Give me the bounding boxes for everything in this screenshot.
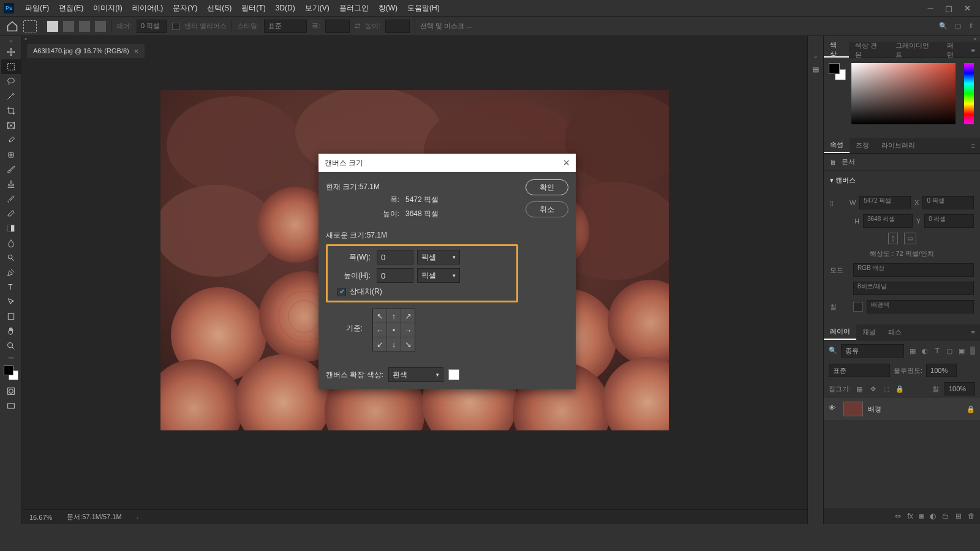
layer-name[interactable]: 배경 [868, 405, 881, 414]
dodge-tool[interactable] [1, 250, 21, 265]
selection-subtract-icon[interactable] [79, 21, 90, 32]
anchor-l[interactable]: ← [373, 323, 386, 337]
link-layers-icon[interactable]: ⇔ [895, 512, 901, 520]
shape-tool[interactable] [1, 309, 21, 324]
filter-type-icon[interactable]: T [932, 346, 942, 356]
prop-fill-select[interactable]: 배경색 [867, 300, 974, 313]
menu-plugins[interactable]: 플러그인 [334, 3, 374, 13]
style-select[interactable]: 표준 [264, 20, 307, 33]
prop-x-input[interactable]: 0 픽셀 [922, 196, 974, 209]
home-icon[interactable] [6, 20, 18, 32]
filter-pixel-icon[interactable]: ▦ [908, 346, 918, 356]
hand-tool[interactable] [1, 324, 21, 339]
orientation-icon[interactable]: ▯ [830, 199, 834, 207]
menu-edit[interactable]: 편집(E) [54, 3, 88, 13]
screenmode-tool[interactable] [1, 399, 21, 413]
layer-thumbnail[interactable] [843, 402, 863, 416]
menu-layer[interactable]: 레이어(L) [127, 3, 168, 13]
lock-icon[interactable]: 🔒 [967, 405, 975, 413]
filter-toggle[interactable] [970, 347, 975, 355]
lock-pixels-icon[interactable]: ▦ [854, 384, 864, 394]
menu-file[interactable]: 파일(F) [20, 3, 54, 13]
prop-mode-select[interactable]: RGB 색상 [853, 263, 974, 277]
zoom-level[interactable]: 16.67% [29, 514, 52, 521]
antialias-checkbox[interactable] [172, 23, 179, 30]
extension-color-swatch[interactable] [448, 369, 459, 380]
marquee-tool[interactable] [1, 59, 21, 74]
layer-fx-icon[interactable]: fx [907, 512, 913, 520]
layer-filter-type[interactable]: 종류 [841, 344, 904, 358]
gradient-tool[interactable] [1, 221, 21, 236]
anchor-grid[interactable]: ↖ ↑ ↗ ← • → ↙ ↓ ↘ [372, 309, 415, 351]
menu-3d[interactable]: 3D(D) [271, 4, 300, 12]
menu-select[interactable]: 선택(S) [202, 3, 236, 13]
extension-color-select[interactable]: 흰색▾ [388, 367, 443, 382]
tab-close-icon[interactable]: × [134, 47, 139, 56]
tab-layers[interactable]: 레이어 [824, 324, 856, 340]
workspace-icon[interactable]: ▢ [955, 22, 961, 30]
layer-panel-menu[interactable]: ≡ [967, 329, 980, 336]
prop-bits-select[interactable]: 8비트/채널 [853, 282, 974, 295]
lock-position-icon[interactable]: ✥ [868, 384, 878, 394]
relative-checkbox-row[interactable]: ✔ 상대치(R) [337, 287, 510, 297]
tab-adjustments[interactable]: 조정 [850, 138, 875, 153]
anchor-b[interactable]: ↓ [387, 337, 401, 351]
menu-help[interactable]: 도움말(H) [402, 3, 445, 13]
history-brush-tool[interactable] [1, 192, 21, 206]
select-and-mask-button[interactable]: 선택 및 마스크 ... [420, 21, 472, 31]
frame-tool[interactable] [1, 118, 21, 133]
zoom-tool[interactable] [1, 339, 21, 353]
adjustment-layer-icon[interactable]: ◐ [930, 512, 936, 520]
opacity-input[interactable]: 100% [926, 364, 957, 377]
toolbar-expand[interactable]: » [0, 39, 21, 45]
stamp-tool[interactable] [1, 177, 21, 192]
anchor-bl[interactable]: ↙ [373, 337, 386, 351]
color-swatches[interactable] [4, 365, 18, 380]
color-field[interactable] [851, 63, 956, 124]
new-height-input[interactable] [377, 268, 413, 283]
filter-shape-icon[interactable]: ▢ [944, 346, 954, 356]
selection-intersect-icon[interactable] [95, 21, 106, 32]
color-panel-menu[interactable]: ≡ [967, 47, 980, 54]
fg-color[interactable] [829, 63, 840, 74]
brush-tool[interactable] [1, 162, 21, 177]
minimize-button[interactable]: ─ [921, 2, 940, 14]
quickmask-tool[interactable] [1, 384, 21, 399]
group-icon[interactable]: 🗀 [942, 512, 949, 520]
visibility-icon[interactable]: 👁 [829, 404, 839, 414]
relative-checkbox[interactable]: ✔ [337, 288, 346, 296]
tab-gradients[interactable]: 그레이디언트 [889, 42, 941, 58]
layer-row-background[interactable]: 👁 배경 🔒 [824, 398, 980, 420]
portrait-icon[interactable]: ▯ [888, 233, 898, 244]
blur-tool[interactable] [1, 236, 21, 250]
tabbar-expand[interactable]: » [22, 36, 807, 42]
tool-preset[interactable] [23, 20, 37, 32]
color-fg-bg[interactable] [829, 63, 846, 80]
search-icon[interactable]: 🔍 [939, 22, 948, 30]
width-input[interactable] [325, 20, 350, 33]
path-select-tool[interactable] [1, 294, 21, 309]
status-chevron-icon[interactable]: › [137, 514, 139, 521]
dialog-titlebar[interactable]: 캔버스 크기 × [318, 154, 576, 172]
anchor-tr[interactable]: ↗ [401, 309, 415, 323]
cancel-button[interactable]: 취소 [526, 201, 568, 217]
new-width-unit-select[interactable]: 픽셀▾ [417, 250, 460, 264]
delete-layer-icon[interactable]: 🗑 [968, 512, 975, 520]
anchor-t[interactable]: ↑ [387, 309, 401, 323]
dialog-close-icon[interactable]: × [563, 157, 570, 170]
prop-panel-menu[interactable]: ≡ [967, 142, 980, 149]
selection-add-icon[interactable] [63, 21, 74, 32]
height-input[interactable] [385, 20, 410, 33]
menu-type[interactable]: 문자(Y) [168, 3, 202, 13]
prop-canvas-label[interactable]: ▾ 캔버스 [830, 176, 856, 184]
feather-input[interactable]: 0 픽셀 [137, 20, 167, 33]
layer-search-icon[interactable]: 🔍 [829, 347, 837, 355]
tab-patterns[interactable]: 패턴 [941, 42, 966, 58]
menu-window[interactable]: 창(W) [374, 3, 402, 13]
tab-paths[interactable]: 패스 [882, 324, 908, 340]
landscape-icon[interactable]: ▭ [904, 233, 916, 244]
lock-artboard-icon[interactable]: ⬚ [881, 384, 891, 394]
filter-smart-icon[interactable]: ▣ [957, 346, 967, 356]
prop-y-input[interactable]: 0 픽셀 [924, 214, 974, 228]
menu-image[interactable]: 이미지(I) [88, 3, 127, 13]
